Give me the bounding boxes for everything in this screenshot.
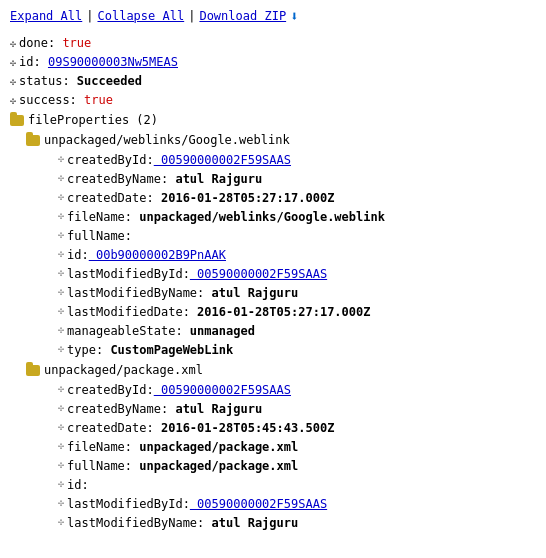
bullet: ✣ [58, 265, 64, 280]
bullet: ✣ [58, 284, 64, 299]
list-item: ✣fileName: unpackaged/weblinks/Google.we… [58, 208, 536, 226]
list-item: ✣lastModifiedById: 00590000002F59SAAS [58, 265, 536, 283]
list-item: ✣lastModifiedDate: 2016-01-28T05:27:17.0… [58, 303, 536, 321]
id-value[interactable]: 09S90000003Nw5MEAS [48, 55, 178, 69]
bullet-status: ✣ [10, 74, 16, 89]
item-content: lastModifiedByName: atul Rajguru [67, 514, 536, 532]
success-label: success: [19, 93, 77, 107]
done-row: ✣ done: true [10, 34, 536, 52]
folder-icon-fileprops [10, 115, 24, 126]
list-item: ✣createdById: 00590000002F59SAAS [58, 151, 536, 169]
status-label: status: [19, 74, 70, 88]
item-content: fullName: [67, 227, 536, 245]
success-value: true [84, 93, 113, 107]
item-content: fullName: unpackaged/package.xml [67, 457, 536, 475]
item-value: atul Rajguru [204, 516, 298, 530]
list-item: ✣createdByName: atul Rajguru [58, 400, 536, 418]
bullet: ✣ [58, 322, 64, 337]
expand-all-link[interactable]: Expand All [10, 9, 82, 23]
folder2-name: unpackaged/package.xml [44, 361, 203, 379]
item-content: id: [67, 476, 536, 494]
list-item: ✣lastModifiedByName: atul Rajguru [58, 514, 536, 532]
file-properties-label: fileProperties (2) [28, 111, 158, 129]
bullet-id: ✣ [10, 55, 16, 70]
item-content: id: 00b90000002B9PnAAK [67, 246, 536, 264]
item-value: unpackaged/package.xml [132, 459, 298, 473]
list-item: ✣id: 00b90000002B9PnAAK [58, 246, 536, 264]
bullet: ✣ [58, 476, 64, 491]
item-value: atul Rajguru [168, 172, 262, 186]
bullet: ✣ [58, 457, 64, 472]
folder2-items: ✣createdById: 00590000002F59SAAS✣created… [26, 381, 536, 532]
item-content: lastModifiedById: 00590000002F59SAAS [67, 495, 536, 513]
folder2-container: unpackaged/package.xml ✣createdById: 005… [10, 361, 536, 532]
item-content: createdById: 00590000002F59SAAS [67, 151, 536, 169]
item-value[interactable]: 00b90000002B9PnAAK [89, 248, 226, 262]
item-content: type: CustomPageWebLink [67, 341, 536, 359]
item-content: manageableState: unmanaged [67, 322, 536, 340]
item-key: createdDate: [67, 421, 154, 435]
item-key: lastModifiedByName: [67, 516, 204, 530]
bullet: ✣ [58, 170, 64, 185]
item-content: createdById: 00590000002F59SAAS [67, 381, 536, 399]
item-value[interactable]: 00590000002F59SAAS [154, 383, 291, 397]
folder1-row: unpackaged/weblinks/Google.weblink [26, 131, 536, 149]
item-key: createdById: [67, 383, 154, 397]
item-key: createdDate: [67, 191, 154, 205]
bullet: ✣ [58, 514, 64, 529]
item-key: fileName: [67, 440, 132, 454]
item-key: lastModifiedById: [67, 267, 190, 281]
download-zip-link[interactable]: Download ZIP [199, 9, 286, 23]
bullet: ✣ [58, 438, 64, 453]
folder1-container: unpackaged/weblinks/Google.weblink ✣crea… [10, 131, 536, 359]
list-item: ✣fullName: unpackaged/package.xml [58, 457, 536, 475]
item-key: fullName: [67, 459, 132, 473]
status-content: status: Succeeded [19, 72, 536, 90]
item-value: unpackaged/package.xml [132, 440, 298, 454]
folder-icon-2 [26, 365, 40, 376]
item-content: lastModifiedDate: 2016-01-28T05:27:17.00… [67, 303, 536, 321]
folder2-row: unpackaged/package.xml [26, 361, 536, 379]
item-key: lastModifiedByName: [67, 286, 204, 300]
item-value[interactable]: 00590000002F59SAAS [154, 153, 291, 167]
folder1-items: ✣createdById: 00590000002F59SAAS✣created… [26, 151, 536, 359]
item-value: atul Rajguru [204, 286, 298, 300]
list-item: ✣lastModifiedById: 00590000002F59SAAS [58, 495, 536, 513]
list-item: ✣fileName: unpackaged/package.xml [58, 438, 536, 456]
bullet-done: ✣ [10, 36, 16, 51]
item-value: unmanaged [183, 324, 255, 338]
bullet: ✣ [58, 208, 64, 223]
done-content: done: true [19, 34, 536, 52]
item-key: id: [67, 248, 89, 262]
item-value: 2016-01-28T05:27:17.000Z [190, 305, 371, 319]
item-value[interactable]: 00590000002F59SAAS [190, 497, 327, 511]
item-key: fileName: [67, 210, 132, 224]
item-value: unpackaged/weblinks/Google.weblink [132, 210, 385, 224]
item-content: createdByName: atul Rajguru [67, 400, 536, 418]
file-properties-row: fileProperties (2) [10, 111, 536, 129]
bullet: ✣ [58, 341, 64, 356]
done-label: done: [19, 36, 55, 50]
bullet: ✣ [58, 400, 64, 415]
item-key: createdByName: [67, 172, 168, 186]
item-value: 2016-01-28T05:27:17.000Z [154, 191, 335, 205]
list-item: ✣id: [58, 476, 536, 494]
id-label: id: [19, 55, 41, 69]
item-content: fileName: unpackaged/weblinks/Google.web… [67, 208, 536, 226]
id-row: ✣ id: 09S90000003Nw5MEAS [10, 53, 536, 71]
item-key: id: [67, 478, 89, 492]
list-item: ✣createdDate: 2016-01-28T05:27:17.000Z [58, 189, 536, 207]
list-item: ✣type: CustomPageWebLink [58, 341, 536, 359]
bullet-success: ✣ [10, 93, 16, 108]
status-row: ✣ status: Succeeded [10, 72, 536, 90]
done-value: true [62, 36, 91, 50]
item-key: type: [67, 343, 103, 357]
item-key: createdByName: [67, 402, 168, 416]
bullet: ✣ [58, 381, 64, 396]
item-key: fullName: [67, 229, 132, 243]
item-value: atul Rajguru [168, 402, 262, 416]
folder1-name: unpackaged/weblinks/Google.weblink [44, 131, 290, 149]
item-value[interactable]: 00590000002F59SAAS [190, 267, 327, 281]
list-item: ✣createdDate: 2016-01-28T05:45:43.500Z [58, 419, 536, 437]
collapse-all-link[interactable]: Collapse All [97, 9, 184, 23]
